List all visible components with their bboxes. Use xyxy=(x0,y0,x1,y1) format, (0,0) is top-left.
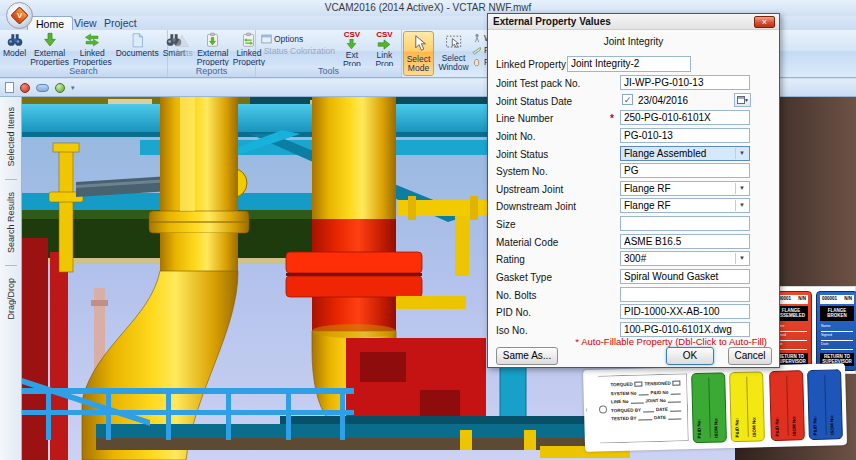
walk-icon xyxy=(472,33,482,43)
button-label: External Property xyxy=(197,49,229,66)
toolbar-overflow-icon[interactable]: ▾ xyxy=(71,84,75,92)
button-label: Alerts xyxy=(171,49,193,58)
button-label: External Properties xyxy=(30,49,69,66)
options-button[interactable]: Options xyxy=(261,33,335,45)
line-number-field[interactable]: 250-PG-010-6101X xyxy=(620,110,750,125)
button-label: Select Mode xyxy=(404,55,433,72)
green-stub-tag: P&ID No: ISOM No: xyxy=(691,372,727,443)
linked-properties-button[interactable]: Linked Properties xyxy=(71,31,114,66)
application-window: VCAM2016 (2014 ActiveX) - VCTAR NWF.mwf … xyxy=(0,0,856,460)
field-row: Joint Status Flange Assembled▼ xyxy=(494,145,773,163)
field-row: No. Bolts xyxy=(494,286,773,304)
cancel-button[interactable]: Cancel xyxy=(728,347,772,365)
link-pill-icon[interactable] xyxy=(36,84,49,92)
cursor-arrow-icon xyxy=(411,32,427,54)
field-row: Upstream Joint Flange RF▼ xyxy=(494,180,773,198)
tag-number: 000001 xyxy=(822,296,837,304)
same-as-button[interactable]: Same As... xyxy=(496,347,558,365)
select-mode-button[interactable]: Select Mode xyxy=(403,31,434,76)
selection-box-icon xyxy=(444,31,464,53)
status-orb-icon[interactable] xyxy=(55,83,65,93)
external-property-report-button[interactable]: External Property xyxy=(195,31,231,66)
sidebar-tab-drag-drop[interactable]: Drag/Drop xyxy=(0,268,22,330)
tag-title: FLANGE BROKEN xyxy=(820,306,854,321)
flange-broken-tag: 000001N/N FLANGE BROKEN Name Signed Date… xyxy=(816,291,856,371)
blue-stub-tag: P&ID No: ISOM No: xyxy=(807,369,843,440)
downstream-joint-select[interactable]: Flange RF▼ xyxy=(620,198,750,213)
tag-sheet-preview: TORQUEDTENSIONED SYSTEM NoP&ID No LINE N… xyxy=(583,363,847,452)
required-asterisk: * xyxy=(610,113,614,124)
color-squares-icon xyxy=(261,46,262,56)
green-right-arrow-icon xyxy=(377,39,391,50)
pid-no-field[interactable]: PID-1000-XX-AB-100 xyxy=(620,304,750,319)
fly-icon xyxy=(472,45,482,55)
new-document-icon[interactable] xyxy=(5,82,14,93)
sidebar-tab-search-results[interactable]: Search Results xyxy=(0,182,22,263)
field-row: Gasket Type Spiral Wound Gasket xyxy=(494,268,773,286)
field-row: System No. PG xyxy=(494,162,773,180)
alerts-button[interactable]: Alerts xyxy=(169,31,195,66)
upstream-joint-select[interactable]: Flange RF▼ xyxy=(620,181,750,196)
gasket-type-field[interactable]: Spiral Wound Gasket xyxy=(620,269,750,284)
link-prop-import-button[interactable]: CSV Link Prop Import xyxy=(368,31,401,66)
button-label: Status Colorization xyxy=(264,46,335,56)
application-menu-button[interactable]: V xyxy=(6,2,33,29)
date-checkbox[interactable]: ✓ xyxy=(622,94,633,105)
joint-status-select[interactable]: Flange Assembled▼ xyxy=(620,146,750,161)
options-icon xyxy=(261,34,272,44)
chevron-down-icon[interactable]: ▼ xyxy=(735,200,748,211)
green-swap-arrows-icon xyxy=(84,31,100,48)
chevron-down-icon[interactable]: ▼ xyxy=(735,253,748,264)
clipboard-swap-arrows-icon xyxy=(241,31,256,48)
ribbon-group-search: Model External Properties Linked Propert… xyxy=(0,30,168,77)
chevron-down-icon[interactable]: ▼ xyxy=(735,148,748,159)
no-bolts-field[interactable] xyxy=(620,287,750,302)
model-button[interactable]: Model xyxy=(1,31,28,66)
documents-button[interactable]: Documents xyxy=(114,31,161,66)
status-colorization-button[interactable]: Status Colorization xyxy=(261,45,335,57)
clipboard-down-arrow-icon xyxy=(205,31,220,48)
field-row: Material Code ASME B16.5 xyxy=(494,233,773,251)
field-row: Rating 300#▼ xyxy=(494,250,773,268)
button-label: Linked Properties xyxy=(73,49,112,66)
material-code-field[interactable]: ASME B16.5 xyxy=(620,234,750,249)
sidebar-tab-selected-items[interactable]: Selected Items xyxy=(0,97,22,177)
button-label: Documents xyxy=(116,49,159,58)
joint-test-pack-field[interactable]: JI-WP-PG-010-13 xyxy=(620,75,750,90)
properties-icon[interactable] xyxy=(20,83,30,93)
tab-project[interactable]: Project xyxy=(96,16,145,30)
red-stub-tag: P&ID No: ISOM No: xyxy=(769,370,805,441)
app-logo-icon: V xyxy=(10,6,28,24)
field-row: Joint Status Date ✓ 23/04/2016 ▼ xyxy=(494,92,773,110)
button-label: Options xyxy=(274,34,303,44)
field-row: Line Number * 250-PG-010-6101X xyxy=(494,109,773,127)
joint-status-date-value[interactable]: 23/04/2016 xyxy=(638,95,688,106)
field-row: Joint No. PG-010-13 xyxy=(494,127,773,145)
external-properties-button[interactable]: External Properties xyxy=(28,31,71,66)
close-icon[interactable]: × xyxy=(754,16,775,28)
joint-no-field[interactable]: PG-010-13 xyxy=(620,128,750,143)
button-label: Select Window xyxy=(437,54,470,71)
iso-no-field[interactable]: 100-PG-010-6101X.dwg xyxy=(620,322,750,337)
field-row: Downstream Joint Flange RF▼ xyxy=(494,197,773,215)
rating-select[interactable]: 300#▼ xyxy=(620,251,750,266)
ext-prop-import-button[interactable]: CSV Ext Prop Import xyxy=(336,31,368,66)
separator xyxy=(5,179,17,180)
group-label-search: Search xyxy=(0,66,167,77)
tag-hole xyxy=(599,405,607,413)
size-field[interactable] xyxy=(620,216,750,231)
dialog-header: Joint Integrity xyxy=(488,36,779,47)
yellow-stub-tag: P&ID No: ISOM No: xyxy=(729,371,765,442)
date-picker-button[interactable]: ▼ xyxy=(734,93,751,107)
linked-property-name-field[interactable]: Joint Integrity-2 xyxy=(567,56,691,72)
auto-fill-note: * Auto-Fillable Property (Dbl-Click to A… xyxy=(575,336,767,347)
ok-button[interactable]: OK xyxy=(666,347,714,365)
system-no-field[interactable]: PG xyxy=(620,163,750,178)
dialog-title-bar[interactable]: External Property Values xyxy=(488,14,779,30)
white-joint-tag: TORQUEDTENSIONED SYSTEM NoP&ID No LINE N… xyxy=(585,373,689,444)
field-row: PID No. PID-1000-XX-AB-100 xyxy=(494,303,773,321)
chevron-down-icon[interactable]: ▼ xyxy=(735,183,748,194)
select-window-button[interactable]: Select Window xyxy=(437,31,470,76)
green-down-arrow-icon xyxy=(345,39,358,50)
field-row: Size xyxy=(494,215,773,233)
